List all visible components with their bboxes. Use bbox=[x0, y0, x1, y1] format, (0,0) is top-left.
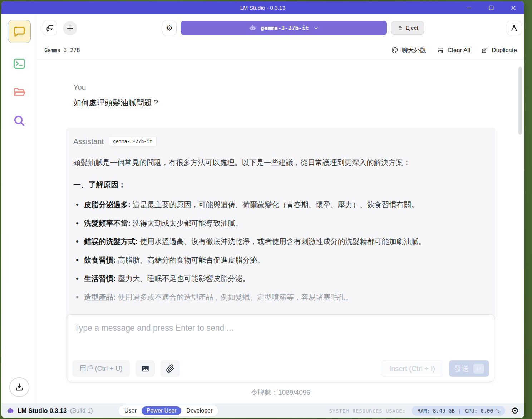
clear-all-label: Clear All bbox=[448, 47, 470, 54]
message-input[interactable] bbox=[72, 320, 489, 360]
downloads-button[interactable] bbox=[9, 377, 29, 397]
token-counter: 令牌數：1089/4096 bbox=[37, 388, 524, 397]
minimize-button[interactable] bbox=[466, 5, 472, 11]
insert-button[interactable]: Insert (Ctrl + I) bbox=[381, 360, 443, 377]
lmstudio-logo-icon bbox=[6, 407, 14, 415]
loaded-model-name: Gemma 3 27B bbox=[44, 47, 80, 54]
experiments-button[interactable] bbox=[507, 21, 521, 35]
message-composer: 用戶 (Ctrl + U) bbox=[67, 314, 494, 382]
list-item: 皮脂分泌過多:這是最主要的原因，可能與遺傳、荷爾蒙變化（青春期、懷孕、壓力）、飲… bbox=[73, 199, 488, 210]
chat-area: You 如何處理頭髮油膩問題？ Assistant gemma-3-27b-it… bbox=[37, 59, 524, 404]
clear-chat-icon bbox=[437, 46, 444, 54]
chat-bubble-icon bbox=[12, 24, 27, 39]
assistant-section-heading: 一、了解原因： bbox=[73, 180, 488, 190]
chevron-down-icon bbox=[313, 25, 319, 31]
add-chat-button[interactable] bbox=[63, 21, 77, 35]
sidebar-item-my-models[interactable] bbox=[11, 84, 27, 100]
list-item: 生活習慣:壓力大、睡眠不足也可能影響皮脂分泌。 bbox=[73, 273, 488, 284]
titlebar: LM Studio - 0.3.13 bbox=[1, 1, 524, 14]
enter-key-icon: ↵ bbox=[473, 364, 484, 374]
assistant-bullet-list: 皮脂分泌過多:這是最主要的原因，可能與遺傳、荷爾蒙變化（青春期、懷孕、壓力）、飲… bbox=[73, 199, 488, 303]
duplicate-chat-button[interactable]: Duplicate bbox=[481, 46, 517, 54]
image-icon bbox=[141, 364, 150, 373]
attach-file-button[interactable] bbox=[161, 360, 180, 377]
sidebar bbox=[1, 14, 37, 404]
assistant-intro-paragraph: 頭髮油膩是一個常見的問題，有很多方法可以處理。以下是一些建議，從日常護理到更深入… bbox=[73, 157, 488, 168]
window-title: LM Studio - 0.3.13 bbox=[1, 1, 524, 14]
app-version-label: LM Studio 0.3.13 bbox=[18, 407, 67, 415]
chat-header-bar: Gemma 3 27B 聊天外觀 bbox=[37, 41, 524, 59]
user-mode-tabs: User Power User Developer bbox=[118, 405, 219, 416]
status-bar: LM Studio 0.3.13 (Build 1) User Power Us… bbox=[1, 404, 524, 418]
send-label: 發送 bbox=[454, 364, 469, 374]
sidebar-item-discover[interactable] bbox=[11, 113, 27, 129]
tab-user[interactable]: User bbox=[119, 406, 142, 415]
settings-gear-icon[interactable]: ⚙ bbox=[511, 406, 519, 415]
download-icon bbox=[14, 382, 24, 392]
list-item: 飲食習慣:高脂肪、高糖分的食物可能會促進皮脂分泌。 bbox=[73, 254, 488, 266]
chat-appearance-button[interactable]: 聊天外觀 bbox=[391, 46, 426, 54]
assistant-model-badge: gemma-3-27b-it bbox=[109, 136, 157, 146]
lm-studio-window: LM Studio - 0.3.13 bbox=[1, 1, 524, 418]
chat-appearance-label: 聊天外觀 bbox=[402, 46, 426, 54]
folder-open-icon bbox=[13, 85, 26, 99]
list-item: 洗髮頻率不當:洗得太勤或太少都可能導致油膩。 bbox=[73, 218, 488, 229]
user-message-text: 如何處理頭髮油膩問題？ bbox=[73, 98, 495, 108]
robot-icon bbox=[249, 24, 256, 32]
pill-separator: | bbox=[458, 408, 462, 414]
top-toolbar: ⚙ gemma-3-27b-it bbox=[37, 14, 524, 41]
ram-usage: RAM: 8.49 GB bbox=[417, 408, 455, 414]
paperclip-icon bbox=[166, 364, 174, 373]
chats-icon bbox=[46, 24, 54, 33]
minimize-icon bbox=[467, 5, 472, 10]
eject-icon bbox=[397, 25, 403, 31]
user-role-label: You bbox=[73, 83, 495, 91]
chat-scrollbar[interactable] bbox=[518, 67, 522, 135]
cpu-usage: CPU: 0.00 % bbox=[465, 408, 499, 414]
clear-all-button[interactable]: Clear All bbox=[437, 46, 470, 54]
main-content: ⚙ gemma-3-27b-it bbox=[37, 14, 524, 404]
attach-image-button[interactable] bbox=[136, 360, 155, 377]
gear-icon: ⚙ bbox=[166, 24, 173, 32]
maximize-icon bbox=[489, 5, 494, 10]
send-button[interactable]: 發送 ↵ bbox=[449, 360, 489, 377]
plus-icon bbox=[66, 24, 74, 32]
model-selector-label: gemma-3-27b-it bbox=[261, 25, 309, 31]
close-button[interactable] bbox=[511, 5, 516, 11]
eject-label: Eject bbox=[406, 25, 418, 31]
sidebar-item-chat[interactable] bbox=[8, 20, 31, 43]
palette-icon bbox=[391, 46, 399, 54]
maximize-button[interactable] bbox=[488, 5, 494, 11]
eject-model-button[interactable]: Eject bbox=[391, 21, 424, 35]
duplicate-label: Duplicate bbox=[492, 47, 517, 54]
close-icon bbox=[511, 5, 516, 10]
new-chat-button[interactable] bbox=[43, 21, 57, 35]
assistant-role-label: Assistant bbox=[73, 137, 104, 146]
model-settings-button[interactable]: ⚙ bbox=[162, 21, 177, 35]
list-item: 錯誤的洗髮方式:使用水溫過高、沒有徹底沖洗乾淨，或者使用含有刺激性成分的洗髮精都… bbox=[73, 236, 488, 247]
model-selector[interactable]: gemma-3-27b-it bbox=[181, 21, 387, 35]
resources-usage-label: SYSTEM RESOURCES USAGE: bbox=[329, 408, 406, 414]
window-controls bbox=[466, 1, 516, 14]
list-item: 造型產品:使用過多或不適合的造型產品，例如髮蠟、定型噴霧等，容易堵塞毛孔。 bbox=[73, 291, 488, 303]
assistant-message-block: Assistant gemma-3-27b-it 頭髮油膩是一個常見的問題，有很… bbox=[66, 128, 495, 320]
duplicate-icon bbox=[481, 46, 488, 54]
user-message-block: You 如何處理頭髮油膩問題？ bbox=[66, 59, 495, 108]
role-toggle-button[interactable]: 用戶 (Ctrl + U) bbox=[72, 360, 130, 377]
flask-icon bbox=[510, 24, 518, 33]
tab-power-user[interactable]: Power User bbox=[142, 406, 182, 415]
tab-developer[interactable]: Developer bbox=[181, 406, 217, 415]
sidebar-item-developer-console[interactable] bbox=[11, 56, 27, 71]
build-label: (Build 1) bbox=[70, 407, 93, 414]
search-icon bbox=[13, 114, 26, 128]
resources-pill: RAM: 8.49 GB | CPU: 0.00 % bbox=[412, 406, 505, 416]
terminal-icon bbox=[13, 57, 26, 70]
